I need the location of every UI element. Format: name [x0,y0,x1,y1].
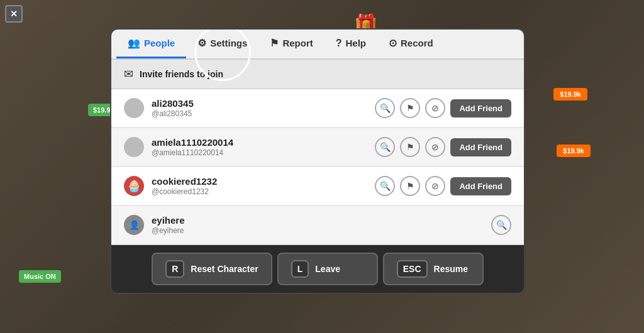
resume-key: ESC [397,260,428,278]
invite-text: Invite friends to join [140,69,223,79]
tab-help-label: Help [346,38,367,48]
player-name: cookiered1232 [152,176,375,187]
add-friend-button[interactable]: Add Friend [450,177,511,195]
reset-character-button[interactable]: R Reset Character [152,253,272,285]
flag-button[interactable]: ⚑ [400,176,420,196]
tab-settings[interactable]: ⚙ Settings [186,30,258,58]
people-icon: 👥 [128,37,140,49]
player-actions: 🔍 ⚑ ⊘ Add Friend [375,98,511,118]
block-button[interactable]: ⊘ [425,98,445,118]
player-handle: @amiela1110220014 [152,148,375,157]
help-icon: ? [336,38,342,49]
tab-record-label: Record [401,38,433,48]
settings-icon: ⚙ [197,37,206,49]
add-friend-button[interactable]: Add Friend [450,99,511,117]
flag-button[interactable]: ⚑ [400,137,420,157]
tab-record[interactable]: ⊙ Record [377,30,445,58]
zoom-button[interactable]: 🔍 [375,137,395,157]
player-row: ali280345 @ali280345 🔍 ⚑ ⊘ Add Friend [111,89,524,127]
avatar: 👤 [124,215,144,235]
player-row: amiela1110220014 @amiela1110220014 🔍 ⚑ ⊘… [111,128,524,166]
record-icon: ⊙ [389,37,397,49]
block-button[interactable]: ⊘ [425,137,445,157]
leave-key: L [291,260,309,278]
avatar: 🧁 [124,176,144,196]
player-list: ali280345 @ali280345 🔍 ⚑ ⊘ Add Friend am… [111,89,524,245]
avatar [124,98,144,118]
invite-banner[interactable]: ✉ Invite friends to join [111,60,524,89]
close-button[interactable]: ✕ [5,5,23,23]
zoom-button[interactable]: 🔍 [375,98,395,118]
music-badge: Music ON [19,270,61,283]
tab-bar: 👥 People ⚙ Settings ⚑ Report ? Help ⊙ Re… [111,30,524,60]
player-handle: @cookiered1232 [152,187,375,196]
resume-button[interactable]: ESC Resume [383,253,484,285]
tab-people[interactable]: 👥 People [116,30,186,58]
tab-report-label: Report [282,38,313,48]
player-actions: 🔍 ⚑ ⊘ Add Friend [375,176,511,196]
zoom-button[interactable]: 🔍 [375,176,395,196]
report-icon: ⚑ [270,37,279,49]
tab-settings-label: Settings [210,38,247,48]
player-handle: @eyihere [152,226,491,235]
leave-button[interactable]: L Leave [277,253,378,285]
zoom-button[interactable]: 🔍 [491,215,511,235]
tab-report[interactable]: ⚑ Report [258,30,324,58]
add-friend-button[interactable]: Add Friend [450,138,511,156]
player-info: cookiered1232 @cookiered1232 [152,176,375,196]
modal-panel: 👥 People ⚙ Settings ⚑ Report ? Help ⊙ Re… [110,28,525,294]
reset-label: Reset Character [191,264,258,274]
player-actions: 🔍 [491,215,511,235]
player-handle: @ali280345 [152,109,375,118]
tab-people-label: People [144,38,175,48]
player-info: amiela1110220014 @amiela1110220014 [152,137,375,157]
orange-badge-2: $19.9k [557,145,591,157]
flag-button[interactable]: ⚑ [400,98,420,118]
orange-badge-1: $19.9k [553,88,587,101]
player-row: 🧁 cookiered1232 @cookiered1232 🔍 ⚑ ⊘ Add… [111,167,524,205]
player-row: 👤 eyihere @eyihere 🔍 [111,206,524,244]
content-area: ✉ Invite friends to join ali280345 @ali2… [111,60,524,245]
avatar [124,137,144,157]
player-info: eyihere @eyihere [152,215,491,235]
leave-label: Leave [315,264,340,274]
invite-icon: ✉ [124,67,133,81]
player-name: ali280345 [152,98,375,109]
player-name: amiela1110220014 [152,137,375,148]
tab-help[interactable]: ? Help [325,30,377,58]
player-actions: 🔍 ⚑ ⊘ Add Friend [375,137,511,157]
player-info: ali280345 @ali280345 [152,98,375,118]
resume-label: Resume [434,264,468,274]
reset-key: R [165,260,184,278]
block-button[interactable]: ⊘ [425,176,445,196]
player-name: eyihere [152,215,491,226]
bottom-bar: R Reset Character L Leave ESC Resume [111,245,524,293]
